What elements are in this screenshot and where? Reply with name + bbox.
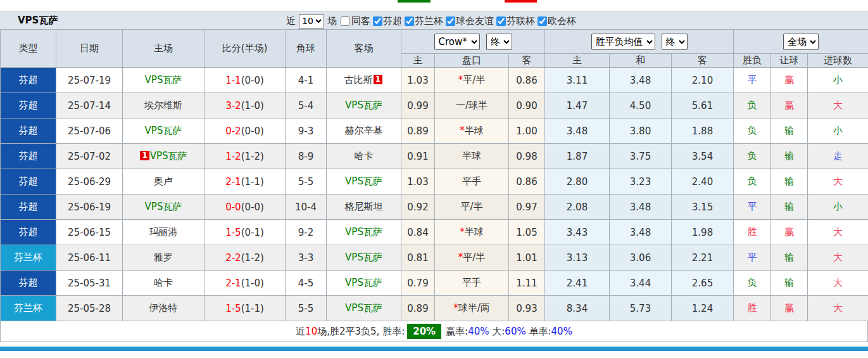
away-team-cell: 古比斯1: [327, 68, 401, 93]
away-team-name[interactable]: 古比斯: [344, 74, 373, 86]
league-toggle-club-friendly[interactable]: 球会友谊: [443, 15, 494, 27]
corner-cell: 9-3: [286, 118, 327, 144]
match-row: 芬超 25-07-02 1VPS瓦萨 1-2(1-2) 8-9 哈卡 0.91 …: [1, 144, 868, 169]
avg-home-cell: 1.87: [545, 144, 610, 169]
league-checkbox[interactable]: [538, 16, 547, 26]
date-cell: 25-06-29: [56, 169, 123, 195]
home-team-name[interactable]: VPS瓦萨: [145, 74, 182, 86]
league-checkbox[interactable]: [373, 16, 382, 26]
avg-away-cell: 3.15: [672, 195, 734, 220]
handicap-text: 半球: [465, 125, 484, 136]
away-team-name[interactable]: VPS瓦萨: [345, 252, 382, 263]
date-cell: 25-06-19: [56, 195, 123, 220]
single-value: 40%: [551, 326, 572, 337]
league-type-cell: 芬超: [1, 271, 56, 296]
league-type-cell: 芬兰杯: [1, 296, 56, 321]
home-odds-cell: 1.03: [401, 169, 435, 195]
match-row: 芬超 25-07-19 VPS瓦萨 1-1(0-0) 4-1 古比斯1 1.03…: [1, 68, 868, 93]
handicap-result-cell: 赢: [771, 296, 808, 321]
handicap-text: 平手: [462, 277, 481, 288]
score-cell: 2-1(1-1): [204, 169, 286, 195]
league-toggle-conference-league[interactable]: 欧会杯: [535, 15, 576, 27]
away-odds-cell: 1.11: [509, 271, 545, 296]
home-team-name[interactable]: VPS瓦萨: [145, 201, 182, 212]
fulltime-score: 2-1: [225, 176, 241, 188]
home-team-name[interactable]: 玛丽港: [149, 226, 178, 238]
goals-result-cell: 大: [808, 271, 868, 296]
same-away-checkbox[interactable]: [341, 16, 350, 26]
top-strip: [0, 0, 868, 11]
date-cell: 25-07-19: [56, 68, 123, 93]
avg-time-select[interactable]: 终: [662, 34, 688, 50]
away-team-name[interactable]: VPS瓦萨: [345, 302, 382, 314]
home-odds-cell: 0.84: [401, 220, 435, 245]
home-team-name[interactable]: 奥卢: [154, 176, 173, 187]
handicap-cell: *半球: [435, 220, 509, 245]
league-checkbox[interactable]: [446, 16, 455, 26]
home-team-name[interactable]: 哈卡: [154, 277, 173, 288]
avg-draw-cell: 3.23: [610, 169, 672, 195]
away-team-name[interactable]: 哈卡: [355, 150, 374, 162]
match-history-table: 类型 日期 主场 比分(半场) 角球 客场 Crow* 终: [0, 29, 868, 321]
home-team-name[interactable]: 埃尔维斯: [144, 99, 182, 111]
home-team-name[interactable]: 雅罗: [154, 252, 173, 263]
league-checkbox[interactable]: [496, 16, 506, 26]
goals-result-cell: 大: [808, 296, 868, 321]
handicap-cell: 平手: [435, 169, 509, 195]
red-indicator-bar: [505, 0, 537, 3]
away-team-name[interactable]: VPS瓦萨: [345, 226, 382, 238]
goals-result-cell: 小: [808, 195, 868, 220]
away-odds-cell: 0.90: [509, 93, 545, 118]
scope-select[interactable]: 全场: [783, 34, 819, 50]
away-team-name[interactable]: VPS瓦萨: [345, 99, 382, 111]
home-team-name[interactable]: 伊洛特: [149, 302, 178, 314]
home-team-cell: VPS瓦萨: [123, 68, 204, 93]
league-checkbox[interactable]: [405, 16, 414, 26]
away-team-name[interactable]: VPS瓦萨: [345, 176, 382, 187]
odds-company-select[interactable]: Crow*: [434, 34, 480, 50]
score-cell: 0-2(0-0): [204, 118, 286, 144]
corner-cell: 8-9: [286, 144, 327, 169]
home-odds-cell: 0.99: [401, 93, 435, 118]
score-cell: 1-1(0-0): [204, 68, 286, 93]
away-odds-cell: 1.01: [509, 245, 545, 271]
halftime-score: (1-0): [241, 100, 264, 112]
away-odds-cell: 0.93: [509, 296, 545, 321]
home-team-cell: 雅罗: [123, 245, 204, 271]
col-header-type: 类型: [1, 30, 56, 68]
odds-time-select[interactable]: 终: [486, 34, 512, 50]
score-cell: 1-2(1-2): [204, 144, 286, 169]
away-odds-cell: 1.00: [509, 118, 545, 144]
league-toggle-finland-cup[interactable]: 芬兰杯: [402, 15, 443, 27]
home-team-name[interactable]: VPS瓦萨: [150, 150, 187, 162]
league-type-cell: 芬超: [1, 169, 56, 195]
league-type-cell: 芬超: [1, 118, 56, 144]
big-label: 大:: [492, 326, 505, 338]
home-odds-cell: 0.89: [401, 118, 435, 144]
away-team-name[interactable]: 赫尔辛基: [345, 125, 383, 136]
footer-recent-label: 近: [296, 326, 305, 338]
corner-cell: 4-5: [286, 271, 327, 296]
subheader-avg-draw: 和: [610, 54, 672, 68]
recent-count-select[interactable]: 10: [299, 14, 324, 29]
date-cell: 25-07-14: [56, 93, 123, 118]
home-team-name[interactable]: VPS瓦萨: [145, 125, 182, 136]
avg-odds-select[interactable]: 胜平负均值: [591, 34, 655, 50]
league-label: 芬兰杯: [415, 15, 443, 27]
red-rank-badge: 1: [140, 151, 149, 160]
handicap-text: 平/半: [460, 201, 482, 212]
bottom-blue-bar: [0, 347, 868, 351]
league-type-cell: 芬超: [1, 93, 56, 118]
away-team-name[interactable]: VPS瓦萨: [345, 277, 382, 288]
league-toggle-finland-league-cup[interactable]: 芬联杯: [494, 15, 535, 27]
handicap-cell: 平手: [435, 271, 509, 296]
handicap-cell: 半球: [435, 144, 509, 169]
handicap-result-cell: 输: [771, 169, 808, 195]
star-mark: *: [460, 125, 465, 136]
league-toggle-finland-premier[interactable]: 芬超: [370, 15, 402, 27]
same-away-toggle[interactable]: 同客: [337, 15, 370, 27]
result-cell: 负: [734, 93, 771, 118]
avg-home-cell: 3.43: [545, 220, 610, 245]
halftime-score: (1-2): [241, 252, 264, 264]
away-team-name[interactable]: 格尼斯坦: [345, 201, 383, 212]
